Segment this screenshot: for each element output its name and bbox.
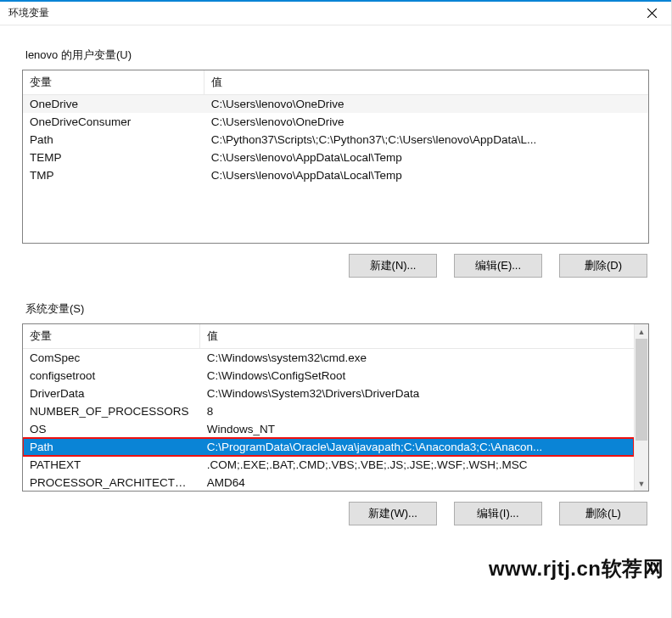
table-row[interactable]: DriverData C:\Windows\System32\Drivers\D… (23, 385, 634, 402)
cell-variable: configsetroot (23, 367, 200, 385)
cell-value: C:\Users\lenovo\AppData\Local\Temp (204, 166, 648, 184)
system-variables-list[interactable]: 变量 值 ComSpec C:\Windows\system32\cmd.exe… (22, 323, 649, 492)
system-section-label: 系统变量(S) (22, 301, 649, 317)
cell-variable: OneDriveConsumer (23, 113, 204, 131)
user-variables-table: 变量 值 OneDrive C:\Users\lenovo\OneDrive O… (23, 70, 648, 184)
user-button-row: 新建(N)... 编辑(E)... 删除(D) (22, 254, 649, 278)
column-header-value[interactable]: 值 (204, 70, 648, 95)
scrollbar[interactable]: ▲ ▼ (634, 324, 648, 491)
cell-variable: TMP (23, 166, 204, 184)
content-area: lenovo 的用户变量(U) 变量 值 OneDrive C:\Users\l… (0, 25, 671, 618)
table-row[interactable]: OneDrive C:\Users\lenovo\OneDrive (23, 95, 648, 114)
cell-value: C:\Windows\System32\Drivers\DriverData (200, 385, 634, 402)
user-section-label: lenovo 的用户变量(U) (22, 48, 649, 63)
cell-variable: OneDrive (23, 95, 204, 114)
column-header-variable[interactable]: 变量 (23, 70, 204, 95)
cell-variable: PROCESSOR_ARCHITECTURE (23, 474, 200, 491)
delete-button[interactable]: 删除(L) (559, 502, 647, 525)
scroll-thumb[interactable] (636, 339, 647, 441)
table-row[interactable]: OneDriveConsumer C:\Users\lenovo\OneDriv… (23, 113, 648, 131)
column-header-variable[interactable]: 变量 (23, 324, 200, 349)
table-row[interactable]: PATHEXT .COM;.EXE;.BAT;.CMD;.VBS;.VBE;.J… (23, 456, 634, 474)
table-row[interactable]: TEMP C:\Users\lenovo\AppData\Local\Temp (23, 149, 648, 166)
table-row[interactable]: configsetroot C:\Windows\ConfigSetRoot (23, 367, 634, 385)
cell-variable: ComSpec (23, 349, 200, 368)
table-row-selected[interactable]: Path C:\ProgramData\Oracle\Java\javapath… (23, 438, 634, 456)
delete-button[interactable]: 删除(D) (559, 254, 647, 278)
table-row[interactable]: PROCESSOR_ARCHITECTURE AMD64 (23, 474, 634, 491)
table-row[interactable]: TMP C:\Users\lenovo\AppData\Local\Temp (23, 166, 648, 184)
cell-variable: Path (23, 438, 200, 456)
cell-value: C:\Users\lenovo\AppData\Local\Temp (204, 149, 648, 166)
table-row[interactable]: NUMBER_OF_PROCESSORS 8 (23, 402, 634, 420)
scroll-down-icon[interactable]: ▼ (635, 476, 648, 491)
new-button[interactable]: 新建(N)... (349, 254, 437, 278)
user-variables-section: lenovo 的用户变量(U) 变量 值 OneDrive C:\Users\l… (22, 48, 649, 278)
cell-value: C:\Windows\system32\cmd.exe (200, 349, 634, 368)
system-button-row: 新建(W)... 编辑(I)... 删除(L) (22, 502, 649, 525)
cell-variable: TEMP (23, 149, 204, 166)
window-title: 环境变量 (8, 6, 49, 20)
cell-value: C:\Users\lenovo\OneDrive (204, 95, 648, 114)
cell-value: 8 (200, 402, 634, 420)
cell-variable: OS (23, 420, 200, 438)
cell-variable: PATHEXT (23, 456, 200, 474)
column-header-value[interactable]: 值 (200, 324, 634, 349)
cell-value: .COM;.EXE;.BAT;.CMD;.VBS;.VBE;.JS;.JSE;.… (200, 456, 634, 474)
system-variables-section: 系统变量(S) 变量 值 ComSpec C:\Windows\syst (22, 301, 649, 525)
close-icon (647, 8, 657, 18)
cell-value: AMD64 (200, 474, 634, 491)
cell-variable: DriverData (23, 385, 200, 402)
scroll-up-icon[interactable]: ▲ (635, 324, 648, 339)
table-row[interactable]: Path C:\Python37\Scripts\;C:\Python37\;C… (23, 131, 648, 149)
table-row[interactable]: ComSpec C:\Windows\system32\cmd.exe (23, 349, 634, 368)
cell-value: C:\Users\lenovo\OneDrive (204, 113, 648, 131)
user-variables-list[interactable]: 变量 值 OneDrive C:\Users\lenovo\OneDrive O… (22, 70, 649, 244)
cell-variable: NUMBER_OF_PROCESSORS (23, 402, 200, 420)
cell-value: Windows_NT (200, 420, 634, 438)
cell-value: C:\ProgramData\Oracle\Java\javapath;C:\A… (200, 438, 634, 456)
edit-button[interactable]: 编辑(E)... (454, 254, 542, 278)
env-variables-dialog: 环境变量 lenovo 的用户变量(U) 变量 值 (0, 0, 672, 618)
new-button[interactable]: 新建(W)... (349, 502, 437, 525)
edit-button[interactable]: 编辑(I)... (454, 502, 542, 525)
cell-value: C:\Windows\ConfigSetRoot (200, 367, 634, 385)
cell-variable: Path (23, 131, 204, 149)
cell-value: C:\Python37\Scripts\;C:\Python37\;C:\Use… (204, 131, 648, 149)
system-variables-table: 变量 值 ComSpec C:\Windows\system32\cmd.exe… (23, 324, 634, 491)
titlebar: 环境变量 (0, 0, 671, 25)
close-button[interactable] (633, 2, 671, 25)
table-row[interactable]: OS Windows_NT (23, 420, 634, 438)
